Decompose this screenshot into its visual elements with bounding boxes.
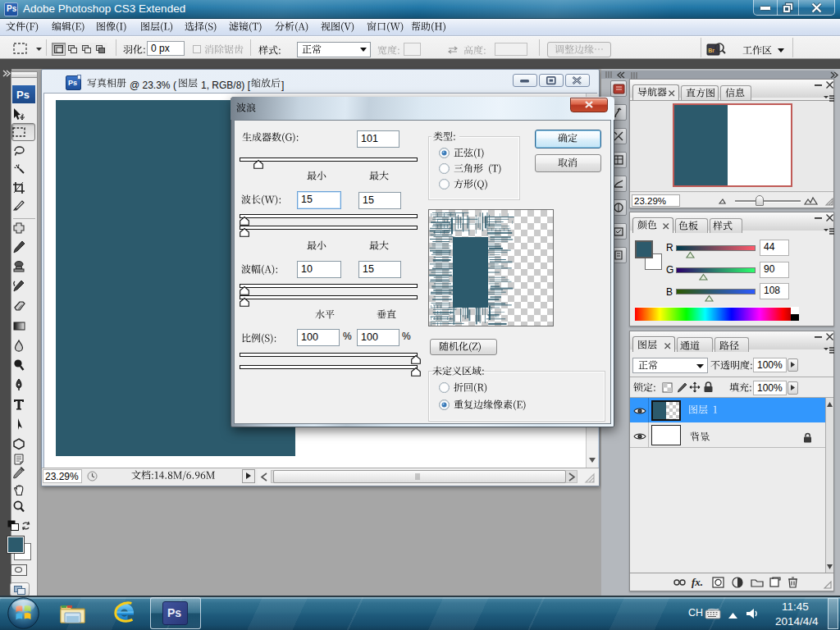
svg-text:Br: Br [708,48,714,53]
